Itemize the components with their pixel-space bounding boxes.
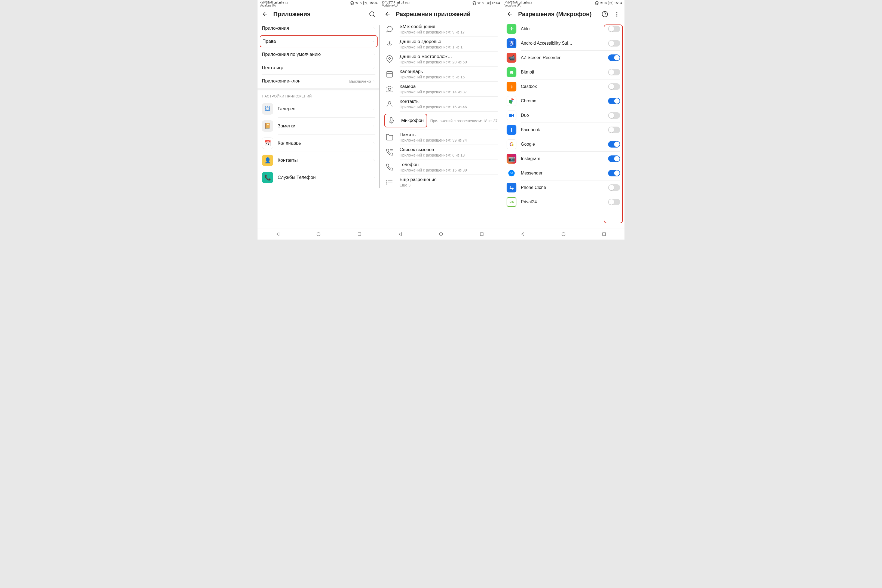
permission-toggle[interactable]: [608, 69, 620, 75]
app-label: Google: [521, 142, 604, 147]
access-icon: ♿: [507, 38, 516, 48]
signal-icon: [279, 1, 282, 3]
app-toggle-row[interactable]: Chrome: [502, 94, 624, 108]
app-label: Android Accessibility Sui…: [521, 41, 604, 46]
svg-rect-5: [387, 72, 392, 77]
header: Разрешения приложений: [380, 8, 502, 22]
sms-icon: [384, 24, 395, 34]
permission-toggle[interactable]: [608, 54, 620, 61]
permission-toggle[interactable]: [608, 83, 620, 90]
permission-toggle[interactable]: [608, 199, 620, 205]
app-label: Галерея: [278, 106, 368, 112]
perm-row-health[interactable]: Данные о здоровьеПриложений с разрешение…: [380, 37, 502, 51]
svg-point-4: [388, 57, 390, 59]
app-label: Phone Clone: [521, 185, 604, 190]
clock: 15:04: [369, 1, 378, 5]
nav-recent[interactable]: [356, 231, 362, 237]
permission-toggle[interactable]: [608, 184, 620, 191]
nav-back[interactable]: [520, 231, 526, 237]
app-label: Privat24: [521, 200, 604, 204]
perm-sub: Приложений с разрешением: 6 из 13: [400, 153, 498, 158]
ig-icon: 📷: [507, 154, 516, 164]
list-item-label: Приложения по умолчанию: [262, 52, 321, 57]
app-toggle-row[interactable]: Duo: [502, 108, 624, 123]
help-button[interactable]: [601, 10, 609, 18]
permission-toggle[interactable]: [608, 98, 620, 104]
app-toggle-row[interactable]: 📹 AZ Screen Recorder: [502, 51, 624, 65]
perm-sub: Приложений с разрешением: 20 из 50: [400, 60, 498, 64]
permission-toggle[interactable]: [608, 40, 620, 46]
list-item[interactable]: Приложения: [258, 22, 380, 35]
back-button[interactable]: [261, 10, 269, 18]
nav-home[interactable]: [315, 231, 321, 237]
status-bar: KYIVSTAR ◈▢ Vodafone UA 🎧👁ℕ 72 15:04: [502, 0, 624, 8]
perm-sub: Ещё 3: [400, 183, 498, 187]
perm-label: Память: [400, 132, 498, 138]
app-row[interactable]: 🖼Галерея: [258, 100, 380, 117]
nav-recent[interactable]: [479, 231, 485, 237]
app-label: Контакты: [278, 158, 368, 163]
app-toggle-row[interactable]: 24 Privat24: [502, 195, 624, 209]
permission-toggle[interactable]: [608, 112, 620, 119]
perm-row-phone[interactable]: ТелефонПриложений с разрешением: 15 из 3…: [380, 160, 502, 174]
battery-icon: 72: [363, 1, 368, 5]
app-row[interactable]: 📞Службы Телефон: [258, 169, 380, 186]
wifi-icon: ◈: [282, 1, 285, 4]
nfc-icon: ℕ: [360, 1, 362, 5]
permission-toggle[interactable]: [608, 26, 620, 32]
nav-back[interactable]: [275, 231, 281, 237]
perm-row-camera[interactable]: КамераПриложений с разрешением: 14 из 37: [380, 82, 502, 96]
app-row[interactable]: 📔Заметки: [258, 118, 380, 135]
app-toggle-row[interactable]: ☻ Bitmoji: [502, 65, 624, 79]
list-item[interactable]: Приложения по умолчанию: [258, 48, 380, 61]
app-row[interactable]: 👤Контакты: [258, 152, 380, 169]
permission-toggle[interactable]: [608, 127, 620, 133]
app-toggle-row[interactable]: G Google: [502, 137, 624, 152]
permission-toggle[interactable]: [608, 170, 620, 176]
back-button[interactable]: [506, 10, 514, 18]
page-title: Приложения: [273, 10, 364, 18]
perm-row-storage[interactable]: ПамятьПриложений с разрешением: 39 из 74: [380, 130, 502, 144]
health-icon: [384, 39, 395, 49]
perm-row-sms[interactable]: SMS-сообщенияПриложений с разрешением: 9…: [380, 22, 502, 36]
list-item-label: Центр игр: [262, 65, 284, 70]
nav-home[interactable]: [561, 231, 567, 237]
svg-point-9: [388, 88, 391, 91]
app-toggle-row[interactable]: f Facebook: [502, 123, 624, 137]
overflow-menu-button[interactable]: [613, 10, 621, 18]
list-item[interactable]: Приложение-клонВыключено: [258, 75, 380, 88]
app-toggle-row[interactable]: ✈ Ablo: [502, 22, 624, 36]
perm-row-more[interactable]: Ещё разрешенияЕщё 3: [380, 175, 502, 189]
permission-toggle[interactable]: [608, 156, 620, 162]
perm-row-calendar[interactable]: КалендарьПриложений с разрешением: 5 из …: [380, 67, 502, 81]
perm-row-calllog[interactable]: Список вызововПриложений с разрешением: …: [380, 145, 502, 159]
perm-label: Данные о здоровье: [400, 39, 498, 44]
nav-home[interactable]: [438, 231, 444, 237]
contacts-icon: 👤: [262, 154, 273, 166]
nav-recent[interactable]: [601, 231, 607, 237]
app-label: Календарь: [278, 141, 368, 146]
app-row[interactable]: 📅Календарь: [258, 135, 380, 152]
app-label: Facebook: [521, 128, 604, 132]
app-toggle-row[interactable]: ♿ Android Accessibility Sui…: [502, 36, 624, 50]
perm-row-location[interactable]: Данные о местополож…Приложений с разреше…: [380, 52, 502, 66]
list-item[interactable]: Права: [260, 35, 378, 47]
back-button[interactable]: [384, 10, 392, 18]
permission-toggle[interactable]: [608, 141, 620, 147]
perm-row-contacts[interactable]: КонтактыПриложений с разрешением: 16 из …: [380, 97, 502, 111]
perm-row-mic[interactable]: Микрофон Приложений с разрешением: 18 из…: [380, 112, 502, 130]
list-item-label: Приложение-клон: [262, 78, 300, 84]
svg-point-24: [616, 14, 617, 15]
list-item[interactable]: Центр игр: [258, 61, 380, 74]
app-toggle-row[interactable]: ♪ Castbox: [502, 80, 624, 94]
app-toggle-row[interactable]: 📷 Instagram: [502, 152, 624, 166]
app-label: Службы Телефон: [278, 175, 368, 180]
castbox-icon: ♪: [507, 82, 516, 92]
signal-icon: [274, 1, 278, 3]
perm-label: Телефон: [400, 162, 498, 167]
app-toggle-row[interactable]: Messenger: [502, 166, 624, 180]
app-toggle-row[interactable]: ⇆ Phone Clone: [502, 180, 624, 195]
msg-icon: [507, 168, 516, 178]
nav-back[interactable]: [397, 231, 403, 237]
search-button[interactable]: [368, 10, 376, 18]
